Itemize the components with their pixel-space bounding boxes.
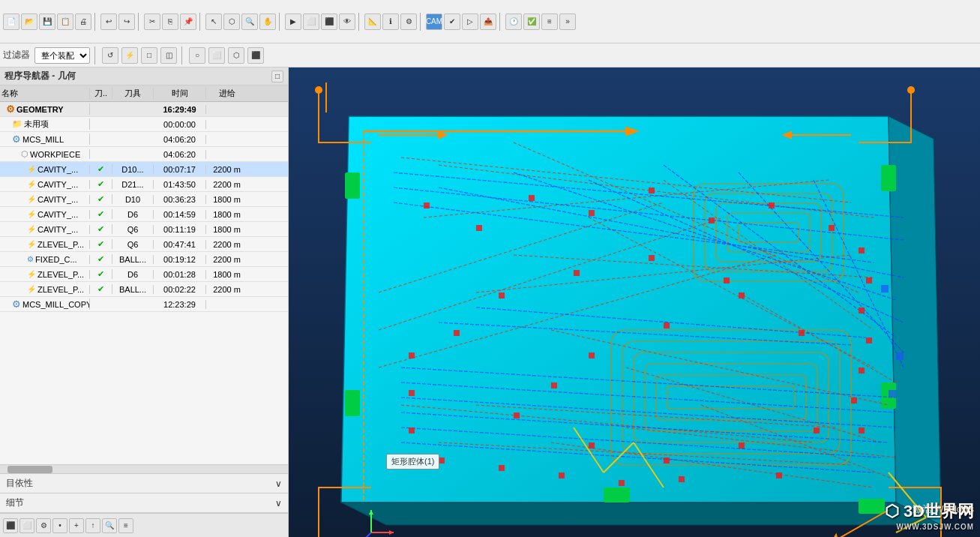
row-tool-c3: D10 xyxy=(112,195,154,204)
t2-btn1[interactable]: ↺ xyxy=(102,47,118,64)
scroll-thumb[interactable] xyxy=(7,466,52,473)
op-icon1: ⚡ xyxy=(27,165,36,173)
row-time-c2: 01:43:50 xyxy=(154,180,206,189)
tree-row-zlevel2[interactable]: ⚡ ZLEVEL_P... ✔ D6 00:01:28 1800 m xyxy=(0,267,288,282)
zoom-btn[interactable]: 🔍 xyxy=(241,14,258,30)
render-btn[interactable]: ▶ xyxy=(285,14,301,30)
row-time-fc: 00:19:12 xyxy=(154,255,206,264)
filter-dropdown[interactable]: 整个装配 xyxy=(34,47,90,64)
hide-btn[interactable]: 👁 xyxy=(339,14,355,30)
bt-btn4[interactable]: • xyxy=(52,518,67,533)
tree-row-fixedc[interactable]: ⚙ FIXED_C... ✔ BALL... 00:19:12 2200 m xyxy=(0,252,288,267)
svg-rect-107 xyxy=(559,472,565,478)
tree-row-zlevel1[interactable]: ⚡ ZLEVEL_P... ✔ Q6 00:47:41 2200 m xyxy=(0,237,288,252)
main-layout: 程序导航器 - 几何 □ 名称 刀.. 刀具 时间 进给 ⚙ GEOMETRY xyxy=(0,68,980,537)
print-btn[interactable]: 🖨 xyxy=(75,14,91,30)
panel-close-btn[interactable]: □ xyxy=(271,70,283,82)
t2-btn7[interactable]: ⬡ xyxy=(228,47,244,64)
bt-btn3[interactable]: ⚙ xyxy=(36,518,51,533)
row-name-mcsmill: ⚙ MCS_MILL xyxy=(0,134,90,145)
bt-btn5[interactable]: + xyxy=(69,518,84,533)
tree-row-mcsmillcopy[interactable]: ⚙ MCS_MILL_COPY 12:23:29 xyxy=(0,297,288,312)
tree-row-cavity4[interactable]: ⚡ CAVITY_... ✔ D6 00:14:59 1800 m xyxy=(0,207,288,222)
shade-btn[interactable]: ⬛ xyxy=(321,14,337,30)
t2-btn2[interactable]: ⚡ xyxy=(121,47,138,64)
t2-btn5[interactable]: ○ xyxy=(189,47,205,64)
row-tool-c2: D21... xyxy=(112,180,154,189)
tree-row-geometry[interactable]: ⚙ GEOMETRY 16:29:49 xyxy=(0,102,288,117)
dependencies-label: 目依性 xyxy=(6,477,33,490)
list-btn[interactable]: ≡ xyxy=(541,14,558,30)
cut-btn[interactable]: ✂ xyxy=(144,14,160,30)
simulate-btn[interactable]: ▷ xyxy=(462,14,478,30)
tree-row-cavity2[interactable]: ⚡ CAVITY_... ✔ D21... 01:43:50 2200 m xyxy=(0,177,288,192)
t2-btn3[interactable]: □ xyxy=(141,47,157,64)
dependencies-section[interactable]: 目依性 ∨ xyxy=(0,474,288,494)
details-section[interactable]: 细节 ∨ xyxy=(0,494,288,513)
bt-btn8[interactable]: ≡ xyxy=(118,518,133,533)
redo-btn[interactable]: ↪ xyxy=(118,14,135,30)
pan-btn[interactable]: ✋ xyxy=(259,14,276,30)
more-btn[interactable]: » xyxy=(559,14,576,30)
svg-rect-98 xyxy=(649,255,655,261)
toolbar-row2: 过滤器 整个装配 ↺ ⚡ □ ◫ ○ ⬜ ⬡ ⬛ xyxy=(0,44,980,68)
svg-rect-94 xyxy=(739,442,745,448)
t2-btn8[interactable]: ⬛ xyxy=(247,47,264,64)
row-name-workpiece: ⬡ WORKPIECE xyxy=(0,149,90,159)
horizontal-scrollbar[interactable] xyxy=(0,464,288,473)
tree-row-unused[interactable]: 📁 未用项 00:00:00 xyxy=(0,117,288,132)
row-speed-zl3: 2200 m xyxy=(206,285,247,294)
left-panel: 程序导航器 - 几何 □ 名称 刀.. 刀具 时间 进给 ⚙ GEOMETRY xyxy=(0,68,289,537)
panel-bottom: 目依性 ∨ 细节 ∨ xyxy=(0,473,288,513)
wire-btn[interactable]: ⬜ xyxy=(303,14,319,30)
workpiece-icon: ⬡ xyxy=(21,149,28,159)
row-tool-zl3: BALL... xyxy=(112,285,154,294)
new-btn[interactable]: 📄 xyxy=(3,14,19,30)
tree-row-workpiece[interactable]: ⬡ WORKPIECE 04:06:20 xyxy=(0,147,288,162)
t2-btn4[interactable]: ◫ xyxy=(160,47,177,64)
check-btn[interactable]: ✅ xyxy=(523,14,540,30)
tree-scroll-area[interactable]: ⚙ GEOMETRY 16:29:49 📁 未用项 0 xyxy=(0,102,288,312)
tree-row-cavity5[interactable]: ⚡ CAVITY_... ✔ Q6 00:11:19 1800 m xyxy=(0,222,288,237)
unused-folder-icon: 📁 xyxy=(12,119,22,129)
op-icon2: ⚡ xyxy=(27,180,36,188)
sep7 xyxy=(499,13,502,31)
settings-btn[interactable]: ⚙ xyxy=(400,14,417,30)
tree-header: 名称 刀.. 刀具 时间 进给 xyxy=(0,86,288,102)
geom-icon: ⚙ xyxy=(6,104,15,115)
copy-btn[interactable]: ⎘ xyxy=(162,14,178,30)
tree-row-cavity3[interactable]: ⚡ CAVITY_... ✔ D10 00:36:23 1800 m xyxy=(0,192,288,207)
toolbar-row1: 📄 📂 💾 📋 🖨 ↩ ↪ ✂ ⎘ 📌 ↖ ⬡ 🔍 ✋ ▶ ⬜ ⬛ 👁 📐 ℹ … xyxy=(0,0,980,44)
measure-btn[interactable]: 📐 xyxy=(364,14,381,30)
check-icon2: ✔ xyxy=(97,179,104,188)
tree-row-cavity1[interactable]: ⚡ CAVITY_... ✔ D10... 00:07:17 2200 m xyxy=(0,162,288,177)
clock-btn[interactable]: 🕐 xyxy=(505,14,522,30)
bt-btn1[interactable]: ⬛ xyxy=(3,518,18,533)
svg-rect-82 xyxy=(859,308,865,314)
cam-btn[interactable]: CAM xyxy=(426,14,442,30)
postproc-btn[interactable]: 📤 xyxy=(480,14,496,30)
bt-btn6[interactable]: ↑ xyxy=(85,518,100,533)
row-speed-zl2: 1800 m xyxy=(206,270,247,279)
select-btn[interactable]: ↖ xyxy=(205,14,222,30)
svg-rect-80 xyxy=(859,248,865,254)
op-icon9: ⚡ xyxy=(27,285,36,293)
row-name-fixedc: ⚙ FIXED_C... xyxy=(0,255,90,264)
save-as-btn[interactable]: 📋 xyxy=(57,14,73,30)
cam-canvas: 矩形腔体(1) ⬡ 3D世界网 WWW.3DSJW.COM 激活 Windows xyxy=(289,68,980,537)
bt-btn7[interactable]: 🔍 xyxy=(102,518,117,533)
paste-btn[interactable]: 📌 xyxy=(180,14,196,30)
tree-row-zlevel3[interactable]: ⚡ ZLEVEL_P... ✔ BALL... 00:02:22 2200 m xyxy=(0,282,288,297)
info-btn[interactable]: ℹ xyxy=(382,14,399,30)
undo-btn[interactable]: ↩ xyxy=(100,14,117,30)
watermark-url: WWW.3DSJW.COM xyxy=(885,523,974,531)
verify-btn[interactable]: ✔ xyxy=(444,14,460,30)
svg-rect-88 xyxy=(664,322,670,328)
t2-btn6[interactable]: ⬜ xyxy=(208,47,225,64)
bt-btn2[interactable]: ⬜ xyxy=(19,518,34,533)
open-btn[interactable]: 📂 xyxy=(21,14,37,30)
save-btn[interactable]: 💾 xyxy=(39,14,55,30)
tree-row-mcsmill[interactable]: ⚙ MCS_MILL 04:06:20 xyxy=(0,132,288,147)
row-speed-zl1: 2200 m xyxy=(206,240,247,249)
view3d-btn[interactable]: ⬡ xyxy=(223,14,240,30)
